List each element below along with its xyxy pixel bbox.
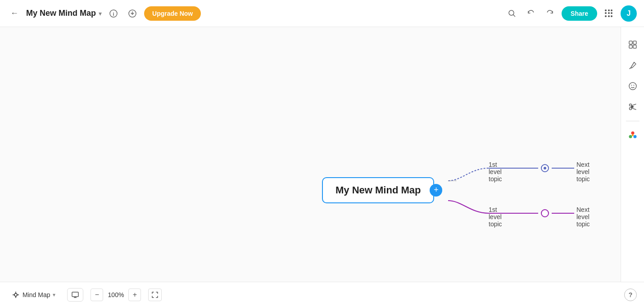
emoji-button[interactable] bbox=[624, 78, 641, 95]
logo-icon bbox=[628, 130, 638, 140]
bottom-right: ? bbox=[624, 289, 637, 301]
central-node-container: My New Mind Map + bbox=[322, 177, 434, 203]
header: ← My New Mind Map ▾ i Upgrade Now bbox=[0, 0, 644, 27]
layout-button[interactable] bbox=[624, 36, 641, 53]
logo-button[interactable] bbox=[624, 127, 641, 144]
mind-map-mode[interactable]: Mind Map ▾ bbox=[7, 288, 60, 302]
redo-icon bbox=[546, 9, 554, 18]
share-button[interactable]: Share bbox=[562, 6, 597, 21]
svg-point-23 bbox=[633, 135, 636, 138]
next-topic-row-2: Next level topic bbox=[576, 206, 590, 228]
fit-screen-button[interactable] bbox=[148, 289, 162, 301]
svg-point-21 bbox=[631, 132, 634, 135]
download-icon bbox=[128, 9, 136, 18]
info-button[interactable]: i bbox=[106, 6, 121, 21]
undo-icon bbox=[527, 9, 535, 18]
title-chevron-icon: ▾ bbox=[99, 10, 102, 17]
zoom-in-button[interactable]: + bbox=[128, 289, 141, 301]
mode-label: Mind Map bbox=[23, 291, 50, 298]
svg-rect-14 bbox=[629, 45, 632, 48]
header-left: ← My New Mind Map ▾ i Upgrade Now bbox=[7, 6, 201, 21]
search-button[interactable] bbox=[505, 6, 519, 21]
doc-title-area[interactable]: My New Mind Map ▾ bbox=[26, 9, 102, 18]
svg-point-10 bbox=[544, 167, 546, 170]
zoom-value: 100% bbox=[107, 291, 125, 298]
first-level-topic-1: 1st level topic bbox=[489, 161, 502, 183]
add-topic-button[interactable]: + bbox=[430, 184, 442, 197]
central-box[interactable]: My New Mind Map bbox=[322, 177, 434, 203]
brush-button[interactable] bbox=[624, 57, 641, 74]
svg-point-18 bbox=[633, 85, 634, 86]
toolbar-divider bbox=[626, 121, 639, 121]
back-button[interactable]: ← bbox=[7, 6, 22, 21]
scissors-button[interactable] bbox=[624, 98, 641, 115]
svg-rect-12 bbox=[629, 41, 632, 44]
central-node[interactable]: My New Mind Map + bbox=[322, 177, 434, 203]
svg-point-22 bbox=[629, 135, 632, 138]
svg-point-17 bbox=[631, 85, 632, 86]
next-level-topic-1: Next level topic bbox=[576, 161, 590, 183]
svg-text:i: i bbox=[113, 11, 114, 16]
mind-map-mode-icon bbox=[12, 291, 20, 299]
doc-title: My New Mind Map bbox=[26, 9, 96, 18]
svg-rect-30 bbox=[72, 292, 78, 297]
search-icon bbox=[508, 9, 516, 18]
mode-chevron-icon: ▾ bbox=[53, 292, 55, 298]
first-level-topic-2: 1st level topic bbox=[489, 206, 502, 228]
help-button[interactable]: ? bbox=[624, 289, 637, 301]
canvas: My New Mind Map + 1st level topic Next l… bbox=[0, 27, 644, 282]
svg-point-25 bbox=[14, 293, 17, 296]
emoji-icon bbox=[628, 82, 637, 91]
topic-row-2: 1st level topic bbox=[489, 206, 502, 228]
zoom-controls: − 100% + bbox=[91, 289, 141, 301]
bottom-toolbar: Mind Map ▾ − 100% + ? bbox=[0, 282, 644, 307]
apps-grid-icon bbox=[605, 9, 613, 18]
header-right: Share J bbox=[505, 5, 637, 22]
fit-icon bbox=[152, 292, 158, 298]
present-button[interactable] bbox=[67, 288, 83, 302]
zoom-out-button[interactable]: − bbox=[91, 289, 103, 301]
brush-icon bbox=[628, 61, 637, 70]
svg-rect-15 bbox=[633, 45, 636, 48]
download-button[interactable] bbox=[125, 6, 140, 21]
present-icon bbox=[72, 292, 79, 298]
next-level-topic-2: Next level topic bbox=[576, 206, 590, 228]
undo-button[interactable] bbox=[524, 6, 538, 21]
svg-rect-13 bbox=[633, 41, 636, 44]
svg-point-11 bbox=[541, 210, 549, 217]
scissors-icon bbox=[628, 102, 637, 111]
info-icon: i bbox=[109, 9, 118, 18]
upgrade-button[interactable]: Upgrade Now bbox=[144, 6, 201, 21]
next-topic-row-1: Next level topic bbox=[576, 161, 590, 183]
right-toolbar bbox=[621, 27, 644, 282]
svg-point-24 bbox=[632, 134, 634, 136]
redo-button[interactable] bbox=[543, 6, 557, 21]
avatar[interactable]: J bbox=[621, 5, 637, 22]
apps-button[interactable] bbox=[602, 6, 616, 21]
svg-point-16 bbox=[629, 82, 636, 90]
topic-row-1: 1st level topic bbox=[489, 161, 502, 183]
layout-icon bbox=[628, 40, 637, 49]
